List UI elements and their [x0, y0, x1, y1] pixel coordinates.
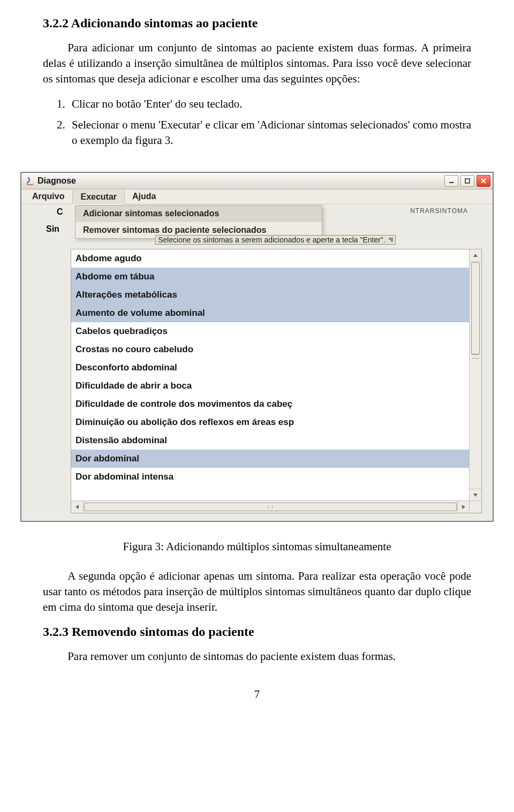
- menu-arquivo[interactable]: Arquivo: [25, 189, 72, 204]
- list-item[interactable]: Crostas no couro cabeludo: [71, 340, 470, 359]
- scroll-right-arrow-icon[interactable]: [457, 501, 470, 513]
- maximize-button[interactable]: [460, 175, 474, 187]
- titlebar[interactable]: Diagnose: [21, 173, 493, 189]
- panel-label-c: C: [57, 207, 63, 217]
- tooltip-text: Selecione os sintomas a serem adicionado…: [158, 236, 386, 244]
- list-item[interactable]: Desconforto abdominal: [71, 359, 470, 377]
- list-item[interactable]: Abdome agudo: [71, 249, 470, 268]
- list-item[interactable]: Diminuição ou abolição dos reflexos em á…: [71, 413, 470, 431]
- list-item[interactable]: Abdome em tábua: [71, 268, 470, 286]
- close-button[interactable]: [477, 175, 490, 187]
- java-icon: [25, 176, 35, 186]
- paragraph: Para adicionar um conjunto de sintomas a…: [43, 40, 471, 87]
- horizontal-scroll-thumb[interactable]: [84, 503, 457, 511]
- scrollbar-corner: [469, 500, 481, 513]
- paragraph: A segunda opção é adicionar apenas um si…: [43, 568, 471, 615]
- scroll-up-arrow-icon[interactable]: [470, 249, 481, 262]
- list-item[interactable]: Dor abdominal intensa: [71, 468, 470, 486]
- figure-window: Diagnose Arquivo Executar Ajuda C Sin: [20, 172, 494, 522]
- sintomas-listbox[interactable]: Abdome agudo Abdome em tábua Alterações …: [71, 249, 482, 513]
- vertical-scrollbar[interactable]: [469, 249, 481, 501]
- tooltip: Selecione os sintomas a serem adicionado…: [155, 235, 396, 245]
- list-item[interactable]: Dificuldade de controle dos movimentos d…: [71, 395, 470, 413]
- executar-dropdown: Adicionar sintomas selecionados Remover …: [75, 205, 322, 239]
- scroll-down-arrow-icon[interactable]: [470, 489, 481, 501]
- list-item[interactable]: Cabelos quebradiços: [71, 322, 470, 340]
- scroll-grip-icon: [268, 505, 273, 509]
- window-title: Diagnose: [37, 176, 444, 186]
- list-item[interactable]: Dificuldade de abrir a boca: [71, 377, 470, 395]
- listbox-rows: Abdome agudo Abdome em tábua Alterações …: [71, 249, 470, 501]
- list-item: Clicar no botão 'Enter' do seu teclado.: [62, 96, 471, 112]
- list-item[interactable]: Distensão abdominal: [71, 431, 470, 450]
- ordered-list: Clicar no botão 'Enter' do seu teclado. …: [43, 96, 471, 148]
- minimize-button[interactable]: [444, 175, 458, 187]
- list-item: Selecionar o menu 'Executar' e clicar em…: [62, 117, 471, 148]
- vertical-scroll-thumb[interactable]: [471, 262, 480, 354]
- page-number: 7: [43, 688, 471, 701]
- list-item[interactable]: Alterações metabólicas: [71, 286, 470, 304]
- sintoma-label-fragment: NTRARSINTOMA: [410, 207, 468, 215]
- svg-rect-1: [465, 179, 470, 183]
- section-heading: 3.2.3 Removendo sintomas do paciente: [43, 625, 471, 639]
- scroll-grip-icon: [472, 354, 479, 359]
- menu-executar[interactable]: Executar: [72, 190, 125, 204]
- list-item[interactable]: Aumento de volume abominal: [71, 304, 470, 322]
- paragraph: Para remover um conjunto de sintomas do …: [43, 649, 471, 664]
- tooltip-corner-icon: [389, 238, 393, 242]
- figure-caption: Figura 3: Adicionando múltiplos sintomas…: [43, 540, 471, 553]
- menubar: Arquivo Executar Ajuda: [21, 189, 493, 204]
- svg-rect-0: [449, 182, 453, 183]
- menu-ajuda[interactable]: Ajuda: [125, 189, 164, 204]
- panel-body: C Sin NTRARSINTOMA Adicionar sintomas se…: [21, 204, 493, 521]
- panel-label-sin: Sin: [46, 224, 59, 234]
- horizontal-scrollbar[interactable]: [71, 500, 470, 513]
- list-item[interactable]: Dor abdominal: [71, 450, 470, 468]
- menu-add-selected[interactable]: Adicionar sintomas selecionados: [75, 206, 322, 222]
- section-heading: 3.2.2 Adicionando sintomas ao paciente: [43, 16, 471, 31]
- scroll-left-arrow-icon[interactable]: [71, 501, 84, 513]
